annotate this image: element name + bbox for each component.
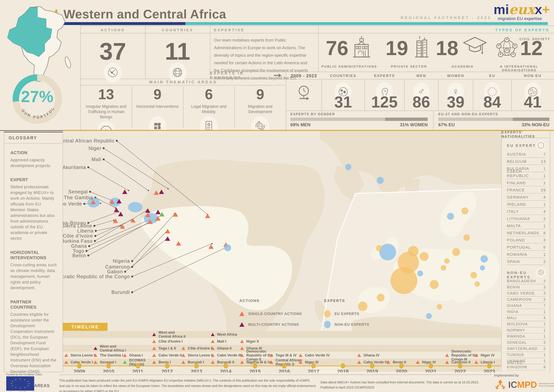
thematic-label: Horizontal Interventions xyxy=(133,104,181,115)
single-action-icon xyxy=(270,361,273,364)
nationality-count: 1 xyxy=(543,202,546,207)
single-action-icon xyxy=(211,361,215,364)
nationality-count: 3 xyxy=(543,340,546,345)
single-action-marker xyxy=(110,199,115,204)
eu-expert-marker xyxy=(420,252,429,261)
regional-action-icon xyxy=(123,361,127,364)
timeline-year-label: 2019 xyxy=(361,368,383,372)
timeline-entry: Mali I xyxy=(210,338,226,345)
timeline-year-dot xyxy=(458,363,462,369)
nationality-row: AUSTRIA7 xyxy=(507,151,546,158)
nationality-name: MOLDOVA xyxy=(507,322,528,326)
glossary-definition: Cross-cutting areas such as climate mobi… xyxy=(10,262,57,291)
timeline-entry-label: Togo I & II xyxy=(159,346,176,350)
eu-star-icon: ★ xyxy=(540,141,542,143)
non-eu-expert-marker xyxy=(480,255,488,263)
eu-star-icon: ★ xyxy=(24,378,26,381)
nationality-name: SWITZERLAND xyxy=(507,346,538,351)
nationality-count: 6 xyxy=(543,245,546,250)
timeline-entry: Côte d'Ivoire II xyxy=(181,345,213,352)
timeline-year-dot xyxy=(253,363,257,369)
nationality-name: MALTA xyxy=(507,224,521,228)
non-eu-expert-marker xyxy=(224,244,231,251)
single-action-icon xyxy=(211,347,215,350)
nationality-name: GHANA xyxy=(507,303,522,308)
single-action-marker xyxy=(113,218,118,223)
timeline-entry-label: Niger IV xyxy=(481,353,495,357)
nationality-name: GERMANY xyxy=(507,195,529,199)
eu-expert-marker xyxy=(430,280,439,289)
timeline-year-label: 2013 xyxy=(185,368,208,372)
thematic-item: 9Migration and Development xyxy=(236,87,284,136)
actions-header: ACTIONS xyxy=(80,27,145,33)
types-item-label: & INTERNATIONAL ORGANISATIONS xyxy=(487,65,551,72)
single-action-marker xyxy=(145,213,151,217)
types-item-value: 19 xyxy=(386,38,408,58)
single-action-marker xyxy=(154,190,159,195)
glossary-entry: HORIZONTAL INTERVENTIONSCross-cutting ar… xyxy=(10,250,57,291)
nationality-name: BELGIUM xyxy=(507,159,527,164)
legend-action-item: SINGLE-COUNTRY ACTIONS xyxy=(239,308,324,319)
timeline-year-label: 2010 xyxy=(97,368,120,372)
eu-star-icon: ★ xyxy=(539,142,540,144)
non-eu-expert-marker xyxy=(417,271,423,276)
timeline-year-label: 2020 xyxy=(390,368,413,372)
timeline-entry: The Gambia I xyxy=(93,352,123,359)
country-label: Côte d'Ivoire xyxy=(63,233,93,239)
eu-star-icon: ★ xyxy=(540,147,542,149)
timeline-entry-label: Cabo Verde II xyxy=(159,353,182,357)
nationality-row: ROMANIA1 xyxy=(507,251,546,258)
nationality-row: LITHUANIA2 xyxy=(507,215,546,222)
timeline-entry: Burundi II xyxy=(210,359,234,366)
timeline-entry-label: Cabo Verde III xyxy=(217,353,242,357)
types-item-value: 76 xyxy=(326,38,348,58)
clock-icon xyxy=(286,84,322,101)
country-label: Cabo Verde xyxy=(63,201,82,207)
nationality-row: ITALY4 xyxy=(507,208,546,215)
legend-action-item: MULTI-COUNTRY ACTIONS xyxy=(239,319,324,330)
multi-action-icon xyxy=(94,347,97,350)
multi-action-marker xyxy=(117,199,122,203)
non-eu-expert-marker xyxy=(128,202,143,212)
nationality-row: CZECH REPUBLIC1 xyxy=(507,172,546,179)
nationality-count: 1 xyxy=(543,359,546,363)
single-action-marker xyxy=(165,229,170,233)
nationality-row: BELGIUM13 xyxy=(507,158,546,165)
factsheet-page: Western and Central Africa REGIONAL FACT… xyxy=(0,0,554,392)
legend-expert-item: EU EXPERTS xyxy=(324,308,382,319)
nationality-name: LITHUANIA xyxy=(507,217,530,221)
icmpd-logo: ICMPD International Centre for Migration… xyxy=(494,378,554,391)
nationality-row: NORWAY1 xyxy=(507,327,546,333)
numbers-col-header: COUNTRIES xyxy=(322,73,365,79)
gender-bar xyxy=(290,118,428,121)
numbers-period: 2009 - 2023 xyxy=(286,73,322,79)
expertise-header: EXPERTISE xyxy=(214,27,245,33)
legend-label: NON-EU EXPERTS xyxy=(334,322,369,327)
nationality-row: CAMEROON2 xyxy=(507,297,546,303)
nationality-count: 3 xyxy=(543,285,546,289)
noneu-expert-icon xyxy=(324,321,331,328)
eu-star-icon: ★ xyxy=(489,87,491,89)
nationality-name: INDIA xyxy=(507,309,519,314)
nationality-row: MOLDOVA1 xyxy=(507,321,546,327)
nationality-name: CZECH REPUBLIC xyxy=(507,169,543,178)
nationality-count: 3 xyxy=(543,291,546,295)
timeline-year-dot xyxy=(487,363,492,369)
glossary-title: GLOSSARY xyxy=(4,133,63,143)
timeline-entry-label: Ghana I xyxy=(129,353,143,357)
non-eu-expert-marker xyxy=(480,265,485,270)
timeline-year-dot xyxy=(341,363,345,369)
timeline-entry-label: Ghana IV xyxy=(363,353,380,357)
timeline-tag: TIMELINE xyxy=(63,323,108,331)
nationality-row: BANGLADESH2 xyxy=(507,278,546,284)
nationality-count: 2 xyxy=(543,279,546,283)
timeline-stripe xyxy=(63,338,501,345)
single-action-marker xyxy=(208,244,214,249)
types-item-top-label: CIVIL SOCIETY xyxy=(519,37,550,41)
multi-action-icon xyxy=(239,322,244,327)
timeline-year-dot xyxy=(282,363,287,369)
eu-expert-marker xyxy=(441,265,446,271)
numbers-col-value: 86 xyxy=(404,94,438,110)
nationality-row: FRANCE29 xyxy=(507,186,546,193)
multi-action-icon xyxy=(152,333,156,336)
